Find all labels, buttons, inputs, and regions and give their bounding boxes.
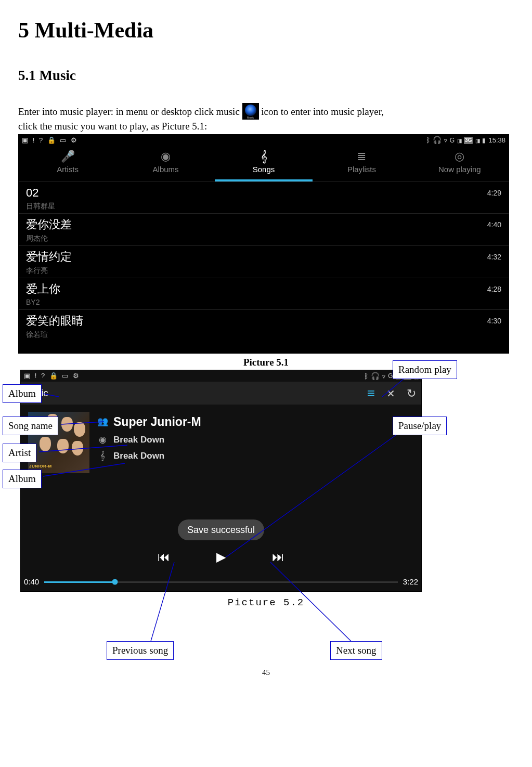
music-tabs: 🎤 Artists ◉ Albums 𝄞 Songs ≣ Playlists ◎… xyxy=(19,146,509,182)
battery-icon xyxy=(482,136,486,145)
progress-row: 0:40 3:22 xyxy=(24,577,418,587)
intro-text-c: click the music you want to play, as Pic… xyxy=(18,121,207,132)
song-title: 爱情约定 xyxy=(26,249,72,265)
status-bar: ▣ ! ? 🔒 ▭ ⚙ G 3G 15:38 xyxy=(19,135,509,146)
headphones-icon xyxy=(433,135,442,145)
headphones-icon xyxy=(371,371,380,381)
screenshot-5-2: ▣ ! ? 🔒 ▭ ⚙ G 3G < sic xyxy=(20,370,422,592)
player-controls xyxy=(21,549,421,565)
callout-album: Album xyxy=(3,470,42,488)
callout-random: Random play xyxy=(393,360,457,379)
tab-label: Playlists xyxy=(347,164,376,175)
tab-nowplaying[interactable]: ◎ Now playing xyxy=(411,146,509,181)
status-settings-icon: ⚙ xyxy=(71,136,77,144)
screenshot-5-1: ▣ ! ? 🔒 ▭ ⚙ G 3G 15:38 🎤 Artists ◉ Album… xyxy=(18,134,509,354)
song-row[interactable]: 爱情约定 李行亮 4:32 xyxy=(19,246,509,278)
np-album: Break Down xyxy=(113,450,164,462)
status-notif-icon: ! xyxy=(35,372,37,380)
queue-list-icon[interactable] xyxy=(367,384,375,402)
song-row[interactable]: 02 日韩群星 4:29 xyxy=(19,182,509,214)
tab-albums[interactable]: ◉ Albums xyxy=(116,146,214,181)
tab-artists[interactable]: 🎤 Artists xyxy=(19,146,116,181)
signal-bars-icon xyxy=(475,136,479,145)
disc-icon: ◉ xyxy=(97,434,108,446)
play-pause-button[interactable] xyxy=(213,549,229,565)
song-row[interactable]: 爱上你 BY2 4:28 xyxy=(19,278,509,310)
song-duration: 4:28 xyxy=(487,281,501,294)
time-elapsed: 0:40 xyxy=(24,577,39,587)
song-artist: 日韩群星 xyxy=(26,201,55,211)
callout-songname: Song name xyxy=(3,417,58,435)
wifi-icon xyxy=(444,136,447,145)
status-bar: ▣ ! ? 🔒 ▭ ⚙ G 3G xyxy=(21,370,421,382)
status-notif-icon: ▭ xyxy=(62,372,68,380)
callout-previous: Previous song xyxy=(107,641,174,660)
intro-text-b: icon to enter into music player, xyxy=(261,106,384,117)
callout-album: Album xyxy=(3,384,42,403)
song-title: 爱上你 xyxy=(26,281,60,297)
note-icon: 𝄞 xyxy=(261,151,267,162)
song-duration: 4:30 xyxy=(487,313,501,326)
song-title: 爱你没差 xyxy=(26,217,72,232)
signal-3g-badge: 3G xyxy=(464,137,473,144)
player-header-bar: < sic xyxy=(21,382,421,405)
song-row[interactable]: 爱你没差 周杰伦 4:40 xyxy=(19,214,509,246)
tab-label: Albums xyxy=(153,164,179,175)
intro-paragraph: Enter into music player: in menu or desk… xyxy=(18,103,514,133)
callout-pauseplay: Pause/play xyxy=(393,417,447,435)
song-duration: 4:29 xyxy=(487,185,501,198)
status-lock-icon: 🔒 xyxy=(47,136,56,144)
figure-5-2-zone: ▣ ! ? 🔒 ▭ ⚙ G 3G < sic xyxy=(18,370,514,661)
song-duration: 4:32 xyxy=(487,249,501,262)
song-artist: BY2 xyxy=(26,297,60,307)
song-artist: 徐若瑄 xyxy=(26,330,83,340)
repeat-icon[interactable] xyxy=(407,386,416,401)
nowplaying-icon: ◎ xyxy=(455,151,464,162)
tab-playlists[interactable]: ≣ Playlists xyxy=(313,146,410,181)
song-artist: 李行亮 xyxy=(26,266,72,276)
bluetooth-icon xyxy=(426,135,430,145)
signal-g-icon: G xyxy=(450,136,455,145)
status-settings-icon: ⚙ xyxy=(73,372,79,380)
callout-artist: Artist xyxy=(3,444,36,462)
status-notif-icon: ▣ xyxy=(22,136,28,144)
note-icon: 𝄞 xyxy=(97,450,108,462)
mic-icon: 🎤 xyxy=(61,151,75,162)
song-title: 02 xyxy=(26,185,55,201)
bluetooth-icon xyxy=(364,371,368,381)
status-clock: 15:38 xyxy=(488,136,505,145)
now-playing-info: JUNIOR-M 👥 Super Junior-M ◉ Break Down 𝄞… xyxy=(21,405,421,473)
list-icon: ≣ xyxy=(357,151,366,162)
chapter-heading: 5 Multi-Media xyxy=(18,16,514,45)
np-group: Super Junior-M xyxy=(113,414,201,430)
intro-text-a: Enter into music player: in menu or desk… xyxy=(18,106,242,117)
time-total: 3:22 xyxy=(403,577,418,587)
song-artist: 周杰伦 xyxy=(26,233,72,243)
next-button[interactable] xyxy=(270,549,286,565)
tab-label: Artists xyxy=(57,164,79,175)
previous-button[interactable] xyxy=(156,549,172,565)
status-notif-icon: ? xyxy=(41,372,45,380)
progress-bar[interactable] xyxy=(44,581,398,583)
tab-label: Now playing xyxy=(438,164,481,175)
tab-label: Songs xyxy=(253,164,275,175)
status-notif-icon: ? xyxy=(39,136,43,144)
group-icon: 👥 xyxy=(97,416,108,428)
wifi-icon xyxy=(382,372,385,381)
caption-5-2: Picture 5.2 xyxy=(18,596,514,610)
tab-songs[interactable]: 𝄞 Songs xyxy=(215,146,313,181)
music-app-icon xyxy=(242,103,259,120)
signal-bars-icon xyxy=(457,136,461,145)
song-list: 02 日韩群星 4:29 爱你没差 周杰伦 4:40 爱情约定 李行亮 4:32… xyxy=(19,182,509,342)
song-row[interactable]: 爱笑的眼睛 徐若瑄 4:30 xyxy=(19,310,509,342)
status-notif-icon: ! xyxy=(33,136,35,144)
album-art-text: JUNIOR-M xyxy=(29,464,52,470)
status-notif-icon: ▣ xyxy=(24,372,30,380)
song-duration: 4:40 xyxy=(487,217,501,230)
disc-icon: ◉ xyxy=(161,151,171,162)
toast-message: Save successful xyxy=(178,519,264,540)
callout-next: Next song xyxy=(330,641,382,660)
song-title: 爱笑的眼睛 xyxy=(26,313,83,329)
status-notif-icon: ▭ xyxy=(60,136,66,144)
shuffle-icon[interactable] xyxy=(386,386,395,401)
